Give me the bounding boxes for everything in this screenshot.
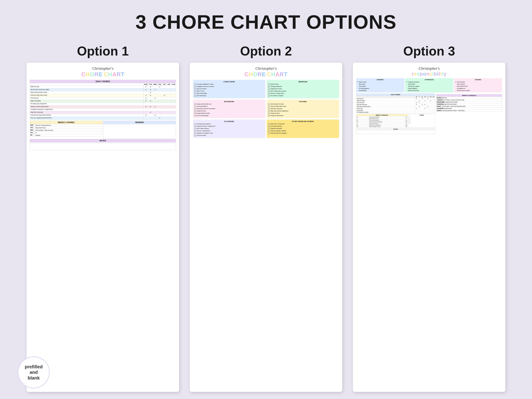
table-row: Make the bed ✔✔✔ <box>30 86 176 89</box>
table-row: SU Clean windows / mirrors SU <box>356 126 408 127</box>
table-row: Brush teeth (morning & night) ✔✔✔ <box>30 89 176 91</box>
list-item: Dust electronics <box>194 95 264 97</box>
morning-afternoon-evening: MORNING ✓Make the bed ✓Brush teeth ✓Get … <box>356 78 502 92</box>
option-3-col: Option 3 Christopher's responsibility MO… <box>353 44 505 392</box>
table-row: Help with meal prep ✔ <box>30 111 176 114</box>
bedroom-title: BEDROOM <box>268 81 338 83</box>
list-item: Organize bookshelf <box>268 128 338 129</box>
list-item: Wipe down kitchen appliances <box>268 110 338 112</box>
list-item: Help with grocery shopping <box>268 132 338 134</box>
options-row: Option 1 Christopher's CHORE CHART DAILY… <box>14 44 518 392</box>
list-item: Dust / Wipe down surfaces <box>268 90 338 92</box>
list-item: Straighten up couch cushions <box>194 86 264 88</box>
table-row: Clear the table after meals ✔✔✔ <box>30 94 176 97</box>
morning-section: MORNING ✓Make the bed ✓Brush teeth ✓Get … <box>356 78 404 92</box>
list-item: Tidy up entryway / hallway <box>268 130 338 132</box>
afternoon-section: AFTERNOON ✓Complete homework ✓Set the ta… <box>405 78 453 92</box>
list-item: ✓Eat breakfast <box>357 89 403 91</box>
table-row: Feed the pet ✔✔✔ <box>356 98 435 100</box>
living-room-section: LIVING ROOM Put away magazines / books S… <box>193 80 265 98</box>
living-room-title: LIVING ROOM <box>194 81 264 83</box>
table-row: T Mop bathroom floor T <box>356 118 408 120</box>
notes-title-3: NOTES <box>356 128 435 130</box>
list-item: Put away toiletries <box>194 106 264 107</box>
table-row: Fold and put away clean laundry ✔✔ <box>30 114 176 117</box>
table-row: Fold and put away laundry ✔✔ <box>356 106 435 108</box>
list-item: ✓Brush teeth & Floss <box>455 85 501 87</box>
table-row: WEDDust surfaces / Take out trash <box>30 129 102 132</box>
playroom-section: PLAYROOM Put away toys & games Organize … <box>193 120 265 138</box>
option2-chart-title: CHORE CHART <box>193 71 339 78</box>
table-row: Feed the pet ✔✔ <box>30 97 176 100</box>
list-item: ✓Complete homework <box>406 81 452 83</box>
weekly-header: WEEKLY CHORES <box>30 121 102 124</box>
weekly-chores: WEEKLY CHORES MONVaccum / Sweep bedroom … <box>30 121 102 138</box>
reward-header: REWARD <box>103 121 176 124</box>
points-section: WEEKLY SCHEDULE M Vaccum the bedroom M T… <box>356 114 435 127</box>
list-item: Sweep the floor <box>268 112 338 114</box>
table-row: THUry <box>30 132 102 134</box>
option3-person-name: Christopher's <box>356 66 502 71</box>
list-item: Put clothes in hamper <box>268 95 338 97</box>
opt3-bottom: DAILY CHORES MTWTHFSASU Feed the pet ✔✔✔… <box>356 94 502 134</box>
table-row: Water the plants ✔✔ <box>30 100 176 103</box>
list-item: Vaccum the floor <box>194 88 264 90</box>
list-item: Dust / Wipe surfaces <box>194 128 264 129</box>
list-item: Put away toys & games <box>194 123 264 125</box>
weekly-sched-title: WEEKLY SCHEDULE <box>356 114 408 116</box>
table-row: Put away toys and games <box>30 103 176 106</box>
daily-chores-grid: MTWTHFSASU Feed the pet ✔✔✔ Water the pl… <box>356 96 435 113</box>
table-row: Hang up school bag & jacket ✔✔✔ <box>30 106 176 108</box>
table-row: M Vaccum the bedroom M <box>356 116 408 118</box>
list-item: Put away textbooks <box>268 125 338 127</box>
table-row: MONVaccum / Sweep bedroom <box>30 124 102 127</box>
list-item: Organize the closet <box>268 88 338 90</box>
list-item: Hang up towels after use <box>194 103 264 105</box>
option-3-title: Option 3 <box>403 44 455 58</box>
list-item: Help with meal prep <box>268 108 338 110</box>
option3-chart-title: responsibility <box>356 71 502 77</box>
table-row: TH Help with grocery shopping TH <box>356 121 408 123</box>
opt3-daily-weekly: DAILY CHORES MTWTHFSASU Feed the pet ✔✔✔… <box>356 94 435 134</box>
morning-title: MORNING <box>357 79 403 81</box>
list-item: ✓Clear the table <box>455 81 501 83</box>
study-section: STUDY ROOM OR OTHERS Wipe down / study t… <box>267 120 339 138</box>
evening-section: EVENING ✓Clear the table ✓Take a shower … <box>454 78 502 92</box>
weekly-events-title: WEEKLY SCHEDULE <box>436 94 502 97</box>
daily-chores-title-3: DAILY CHORES <box>356 94 435 96</box>
option2-grid: LIVING ROOM Put away magazines / books S… <box>193 80 339 138</box>
daily-chores-header: DAILY CHORES <box>30 80 176 83</box>
table-row: TUEMop Kitchen floor <box>30 127 102 129</box>
list-item: Sweep the floor <box>194 110 264 112</box>
table-row: Complete homework / assignments <box>30 108 176 111</box>
table-row: Pick up / Organize personal items ✔ <box>30 117 176 120</box>
evening-title: EVENING <box>455 79 501 81</box>
list-item: Vaccum / Sweep floors <box>194 130 264 132</box>
table-row: Clean room ✔✔ <box>356 108 435 110</box>
afternoon-title: AFTERNOON <box>406 79 452 81</box>
list-item: Make the bed <box>268 83 338 85</box>
table-row: Set up table <box>356 110 435 111</box>
list-item: Wipe coffee table <box>194 93 264 94</box>
table-row: WEDNESDAY Dentist appointment at 5:00pm <box>436 101 502 103</box>
study-title: STUDY ROOM OR OTHERS <box>268 120 338 122</box>
notes-area-3 <box>356 130 435 134</box>
option-2-card: Christopher's CHORE CHART LIVING ROOM Pu… <box>190 63 342 392</box>
list-item: Change bedsheets <box>268 86 338 88</box>
option-1-card: Christopher's CHORE CHART DAILY CHORES M… <box>27 63 179 392</box>
list-item: Clear the table after meals <box>268 106 338 107</box>
list-item: Empty the dishwasher <box>268 115 338 116</box>
table-row: TUESDAY Soccer Practice - call up to con… <box>436 99 502 101</box>
table-row: Water the plants ✔✔✔ <box>356 100 435 102</box>
list-item: ✓Put away pajamas <box>357 88 403 89</box>
list-item: ✓Get dressed <box>357 85 403 87</box>
list-item: stock up toilet paper <box>194 115 264 116</box>
table-row: Help with meal prep ✔✔✔ <box>356 104 435 106</box>
list-item: ✓Take a shower <box>455 83 501 85</box>
option-2-col: Option 2 Christopher's CHORE CHART LIVIN… <box>190 44 342 392</box>
list-item: Wipe TV unit <box>194 90 264 92</box>
opt3-weekly-events: WEEKLY SCHEDULE MONDAY Math test TUESDAY… <box>436 94 502 134</box>
list-item: Clear the clutter <box>194 135 264 136</box>
kitchen-section: KITCHEN Set the table for meals Clear th… <box>267 100 339 118</box>
reward-block: REWARD <box>103 121 176 138</box>
